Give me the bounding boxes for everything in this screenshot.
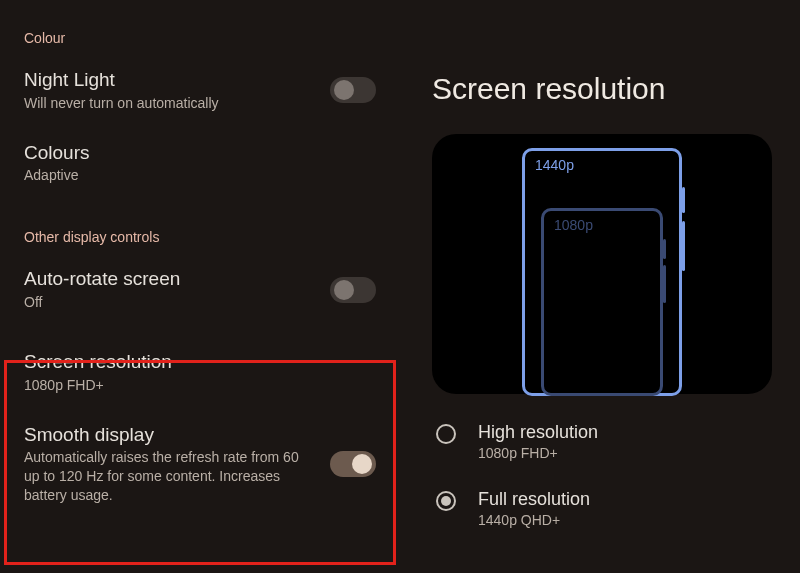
auto-rotate-sub: Off [24,293,180,312]
option-full-sub: 1440p QHD+ [478,512,590,528]
auto-rotate-toggle[interactable] [330,277,376,303]
auto-rotate-title: Auto-rotate screen [24,267,180,291]
row-night-light[interactable]: Night Light Will never turn on automatic… [0,54,400,127]
option-high-sub: 1080p FHD+ [478,445,598,461]
highlight-box [4,360,396,565]
display-settings-panel: Colour Night Light Will never turn on au… [0,0,400,573]
resolution-illustration: 1440p 1080p [432,134,772,394]
colours-sub: Adaptive [24,166,89,185]
phone-outline-1080p: 1080p [541,208,663,396]
row-auto-rotate[interactable]: Auto-rotate screen Off [0,253,400,326]
night-light-sub: Will never turn on automatically [24,94,219,113]
option-high-title: High resolution [478,422,598,443]
row-colours[interactable]: Colours Adaptive [0,127,400,200]
resolution-options: High resolution 1080p FHD+ Full resoluti… [432,394,768,546]
screen-resolution-panel: Screen resolution 1440p 1080p High resol… [400,0,800,573]
page-title: Screen resolution [432,0,768,134]
radio-icon[interactable] [436,424,456,444]
radio-icon[interactable] [436,491,456,511]
option-high-resolution[interactable]: High resolution 1080p FHD+ [436,412,768,479]
night-light-title: Night Light [24,68,219,92]
colours-title: Colours [24,141,89,165]
option-full-title: Full resolution [478,489,590,510]
option-full-resolution[interactable]: Full resolution 1440p QHD+ [436,479,768,546]
night-light-toggle[interactable] [330,77,376,103]
section-label-other: Other display controls [0,199,400,253]
section-label-colour: Colour [0,0,400,54]
phone-label-1080p: 1080p [554,217,593,233]
phone-label-1440p: 1440p [535,157,574,173]
